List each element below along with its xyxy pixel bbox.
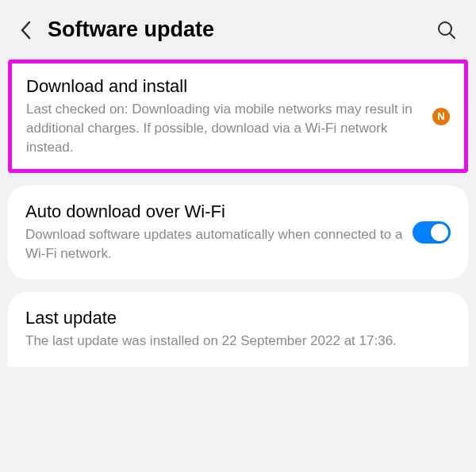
last-update-item[interactable]: Last update The last update was installe… (8, 292, 468, 366)
auto-download-toggle[interactable] (413, 221, 451, 244)
content: Download and install Last checked on: Do… (0, 59, 476, 366)
auto-download-subtitle: Download software updates automatically … (25, 225, 403, 263)
search-button[interactable] (436, 20, 457, 40)
toggle-knob (431, 224, 448, 241)
card-text: Auto download over Wi-Fi Download softwa… (25, 201, 413, 263)
card-content: Auto download over Wi-Fi Download softwa… (25, 201, 451, 263)
notification-badge: N (432, 108, 450, 125)
download-install-subtitle: Last checked on: Downloading via mobile … (26, 100, 423, 156)
chevron-left-icon (19, 19, 33, 41)
card-text: Download and install Last checked on: Do… (26, 76, 432, 156)
last-update-title: Last update (25, 308, 451, 328)
svg-line-1 (450, 33, 455, 38)
auto-download-item[interactable]: Auto download over Wi-Fi Download softwa… (8, 186, 468, 279)
header: Software update (0, 0, 476, 59)
search-icon (436, 20, 457, 40)
page-title: Software update (48, 17, 436, 42)
download-install-title: Download and install (26, 76, 423, 97)
back-button[interactable] (19, 19, 33, 41)
auto-download-title: Auto download over Wi-Fi (25, 201, 403, 222)
last-update-subtitle: The last update was installed on 22 Sept… (25, 332, 451, 351)
download-install-item[interactable]: Download and install Last checked on: Do… (8, 59, 468, 173)
card-content: Download and install Last checked on: Do… (26, 76, 450, 156)
